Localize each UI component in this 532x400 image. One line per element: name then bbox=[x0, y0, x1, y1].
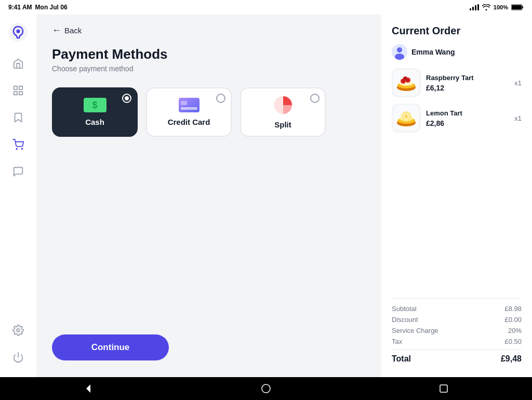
subtotal-label: Subtotal bbox=[392, 305, 417, 313]
signal-icon bbox=[470, 4, 479, 10]
item-price-1: £2,86 bbox=[426, 119, 509, 127]
battery-level: 100% bbox=[494, 4, 508, 10]
page-subtitle: Choose payment method bbox=[52, 64, 366, 73]
customer-row: Emma Wang bbox=[392, 44, 522, 60]
status-indicators: 100% bbox=[470, 4, 524, 10]
status-bar: 9:41 AM Mon Jul 06 100% bbox=[0, 0, 532, 15]
split-icon bbox=[273, 95, 293, 115]
sidebar-item-home[interactable] bbox=[7, 52, 30, 75]
svg-point-30 bbox=[403, 76, 407, 81]
svg-rect-11 bbox=[14, 92, 17, 95]
sidebar-item-grid[interactable] bbox=[7, 79, 30, 102]
cash-label: Cash bbox=[85, 118, 104, 126]
item-name-0: Raspberry Tart bbox=[426, 74, 509, 82]
svg-point-32 bbox=[407, 80, 409, 81]
credit-card-radio bbox=[216, 94, 225, 103]
credit-card-label: Credit Card bbox=[168, 118, 210, 126]
cash-icon bbox=[84, 98, 107, 112]
item-name-1: Lemon Tart bbox=[426, 109, 509, 117]
service-charge-label: Service Charge bbox=[392, 327, 438, 334]
sidebar-item-bookmark[interactable] bbox=[7, 106, 30, 129]
page-title: Payment Methods bbox=[52, 46, 366, 62]
order-title: Current Order bbox=[392, 25, 522, 37]
payment-methods: Cash Credit Card bbox=[52, 87, 366, 137]
nav-home-button[interactable] bbox=[261, 384, 271, 393]
tax-row: Tax £0.50 bbox=[392, 338, 522, 345]
order-item-1: Lemon Tart £2,86 x1 bbox=[392, 104, 522, 133]
svg-rect-2 bbox=[475, 5, 476, 10]
wifi-icon bbox=[482, 4, 490, 10]
svg-marker-43 bbox=[86, 384, 90, 393]
back-button[interactable]: ← Back bbox=[52, 25, 82, 36]
svg-point-44 bbox=[262, 384, 270, 393]
svg-point-22 bbox=[397, 47, 402, 53]
order-panel: Current Order Emma Wang bbox=[381, 15, 532, 377]
sidebar-item-settings[interactable] bbox=[7, 319, 30, 342]
svg-point-14 bbox=[21, 148, 22, 149]
discount-row: Discount £0.00 bbox=[392, 316, 522, 324]
item-qty-0: x1 bbox=[514, 79, 522, 87]
svg-rect-45 bbox=[440, 385, 447, 392]
payment-option-credit-card[interactable]: Credit Card bbox=[146, 87, 232, 137]
svg-rect-6 bbox=[512, 5, 522, 9]
main-content: ← Back Payment Methods Choose payment me… bbox=[36, 15, 381, 377]
order-item-0: Raspberry Tart £6,12 x1 bbox=[392, 68, 522, 97]
svg-rect-1 bbox=[472, 7, 474, 10]
item-details-0: Raspberry Tart £6,12 bbox=[426, 74, 509, 92]
item-price-0: £6,12 bbox=[426, 84, 509, 92]
tax-label: Tax bbox=[392, 338, 402, 345]
discount-label: Discount bbox=[392, 316, 418, 324]
service-charge-value: 20% bbox=[508, 327, 522, 334]
svg-rect-19 bbox=[181, 101, 187, 105]
subtotal-row: Subtotal £8.98 bbox=[392, 305, 522, 313]
app-logo bbox=[9, 23, 28, 42]
grand-total-row: Total £9,48 bbox=[392, 350, 522, 364]
svg-rect-18 bbox=[181, 107, 197, 110]
sidebar-item-cart[interactable] bbox=[7, 133, 30, 156]
split-label: Split bbox=[274, 120, 291, 129]
item-image-lemon bbox=[392, 104, 421, 133]
back-label: Back bbox=[64, 26, 82, 35]
split-radio bbox=[310, 94, 320, 103]
tax-value: £0.50 bbox=[504, 338, 522, 345]
svg-rect-10 bbox=[19, 86, 22, 89]
svg-rect-3 bbox=[477, 4, 479, 10]
svg-point-13 bbox=[16, 148, 17, 149]
svg-rect-9 bbox=[14, 86, 17, 89]
item-image-raspberry bbox=[392, 68, 421, 97]
totals-section: Subtotal £8.98 Discount £0.00 Service Ch… bbox=[392, 298, 522, 367]
item-qty-1: x1 bbox=[514, 114, 522, 122]
nav-back-button[interactable] bbox=[84, 384, 92, 393]
status-date: Mon Jul 06 bbox=[35, 4, 68, 11]
total-label: Total bbox=[392, 354, 411, 364]
sidebar-item-chat[interactable] bbox=[7, 160, 30, 183]
customer-name: Emma Wang bbox=[411, 48, 455, 56]
status-time: 9:41 AM bbox=[8, 4, 32, 11]
credit-card-icon bbox=[179, 98, 200, 112]
svg-point-23 bbox=[395, 54, 404, 60]
svg-point-8 bbox=[16, 30, 20, 33]
svg-rect-12 bbox=[19, 92, 22, 95]
svg-rect-5 bbox=[522, 6, 523, 8]
item-details-1: Lemon Tart £2,86 bbox=[426, 109, 509, 127]
subtotal-value: £8.98 bbox=[504, 305, 522, 313]
battery-icon bbox=[511, 4, 524, 10]
payment-option-split[interactable]: Split bbox=[240, 87, 326, 137]
back-arrow-icon: ← bbox=[52, 25, 61, 36]
svg-point-31 bbox=[403, 81, 404, 82]
nav-recents-button[interactable] bbox=[440, 384, 448, 393]
nav-bar bbox=[0, 377, 532, 400]
svg-rect-0 bbox=[470, 8, 471, 10]
sidebar-item-power[interactable] bbox=[7, 346, 30, 369]
payment-option-cash[interactable]: Cash bbox=[52, 87, 138, 137]
service-charge-row: Service Charge 20% bbox=[392, 327, 522, 334]
sidebar bbox=[0, 15, 36, 377]
customer-avatar bbox=[392, 44, 407, 60]
svg-point-15 bbox=[17, 329, 20, 332]
discount-value: £0.00 bbox=[504, 316, 522, 324]
cash-radio bbox=[122, 94, 131, 103]
total-value: £9,48 bbox=[501, 354, 522, 364]
continue-button[interactable]: Continue bbox=[52, 334, 169, 360]
